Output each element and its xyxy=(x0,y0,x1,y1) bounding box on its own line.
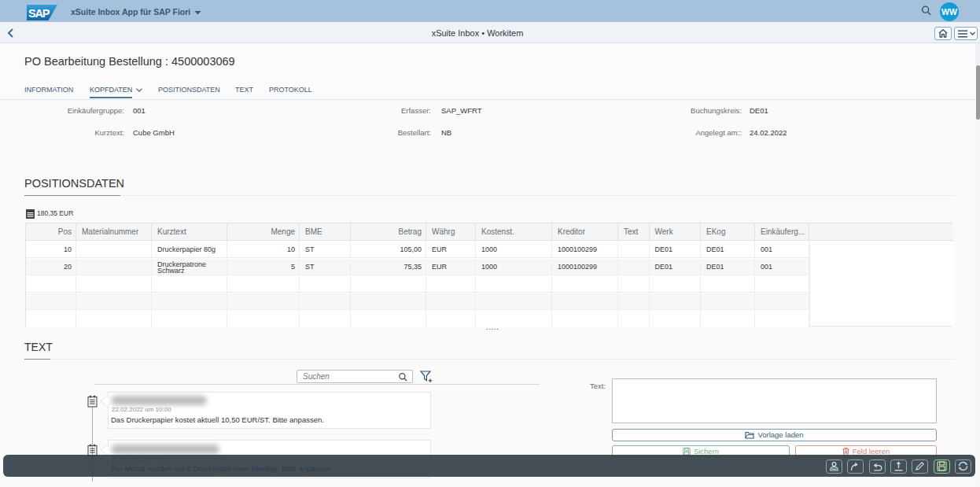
svg-text:SAP: SAP xyxy=(28,7,50,20)
